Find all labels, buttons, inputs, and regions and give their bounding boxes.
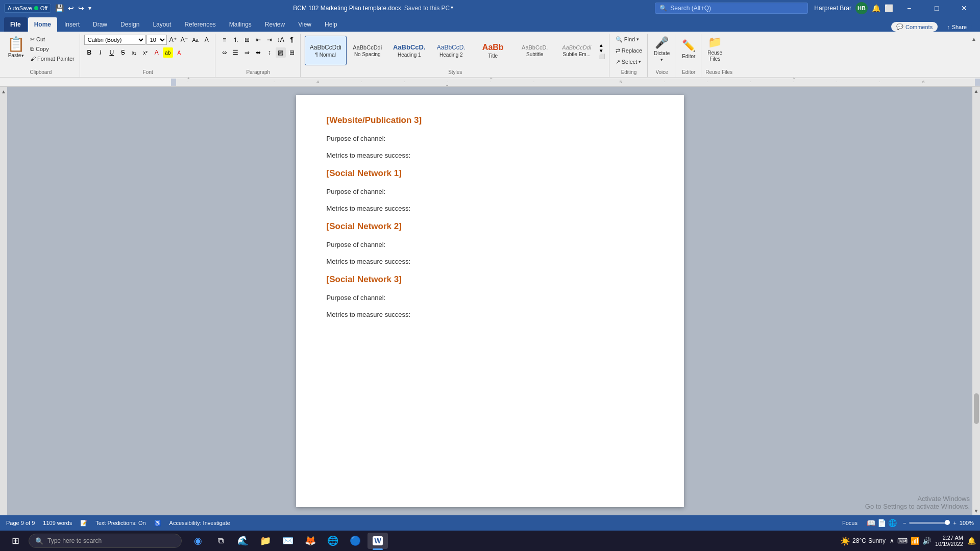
taskbar-app-task-view[interactable]: ⧉ xyxy=(210,533,231,549)
replace-button[interactable]: ⇄ Replace xyxy=(614,46,644,55)
maximize-button[interactable]: □ xyxy=(925,0,948,16)
user-avatar[interactable]: HB xyxy=(855,2,868,14)
minimize-button[interactable]: − xyxy=(897,0,921,16)
align-left-button[interactable]: ⬄ xyxy=(219,47,230,58)
line-spacing-button[interactable]: ↕ xyxy=(264,47,275,58)
copy-button[interactable]: ⧉ Copy xyxy=(28,44,77,54)
increase-indent-button[interactable]: ⇥ xyxy=(264,35,275,45)
document-area[interactable]: [Website/Publication 3] Purpose of chann… xyxy=(7,87,972,515)
volume-icon[interactable]: 🔊 xyxy=(922,537,931,545)
font-color-button[interactable]: A xyxy=(152,47,162,58)
justify-button[interactable]: ⬌ xyxy=(253,47,263,58)
taskbar-app-edge[interactable]: 🌊 xyxy=(233,533,253,549)
saved-status-dropdown[interactable]: ▾ xyxy=(451,5,453,12)
ribbon-display-icon[interactable]: ⬜ xyxy=(885,4,893,12)
sort-button[interactable]: ↕A xyxy=(276,35,286,45)
underline-button[interactable]: U xyxy=(107,47,117,58)
save-icon[interactable]: 💾 xyxy=(55,4,64,12)
share-button[interactable]: ↑ Share xyxy=(942,22,972,32)
tray-chevron-icon[interactable]: ∧ xyxy=(890,537,894,544)
para-metrics-3[interactable]: Metrics to measure success: xyxy=(327,258,653,265)
read-view-button[interactable]: 📖 xyxy=(867,519,875,527)
autosave-button[interactable]: AutoSave Off xyxy=(4,4,51,13)
notification-center-icon[interactable]: 🔔 xyxy=(967,537,976,545)
borders-button[interactable]: ⊞ xyxy=(287,47,297,58)
tab-view[interactable]: View xyxy=(292,17,317,32)
print-view-button[interactable]: 📄 xyxy=(877,519,886,527)
scroll-down-arrow[interactable]: ▼ xyxy=(972,507,980,515)
keyboard-icon[interactable]: ⌨ xyxy=(897,537,908,545)
multilevel-list-button[interactable]: ⊞ xyxy=(242,35,252,45)
font-family-select[interactable]: Calibri (Body) xyxy=(84,35,145,45)
para-metrics-1[interactable]: Metrics to measure success: xyxy=(327,152,653,159)
web-view-button[interactable]: 🌐 xyxy=(888,519,897,527)
text-color-button[interactable]: A xyxy=(174,47,184,58)
paste-dropdown-icon[interactable]: ▾ xyxy=(21,53,24,58)
taskbar-app-mail[interactable]: ✉️ xyxy=(278,533,298,549)
taskbar-search[interactable]: 🔍 Type here to search xyxy=(29,534,182,548)
format-painter-button[interactable]: 🖌 Format Painter xyxy=(28,54,77,63)
style-heading2[interactable]: AaBbCcD. Heading 2 xyxy=(430,36,472,65)
clear-format-button[interactable]: A xyxy=(202,35,212,45)
tab-insert[interactable]: Insert xyxy=(58,17,86,32)
increase-font-button[interactable]: A⁺ xyxy=(168,35,178,45)
taskbar-app-word[interactable]: W xyxy=(368,533,388,549)
italic-button[interactable]: I xyxy=(95,47,106,58)
focus-button[interactable]: Focus xyxy=(839,519,861,527)
accessibility-icon[interactable]: ♿ xyxy=(154,520,161,527)
reuse-files-button[interactable]: 📁 ReuseFiles xyxy=(705,35,724,63)
select-button[interactable]: ↗ Select ▾ xyxy=(614,57,644,66)
notification-icon[interactable]: 🔔 xyxy=(872,4,880,12)
cut-button[interactable]: ✂ Cut xyxy=(28,35,77,44)
start-button[interactable]: ⊞ xyxy=(4,533,27,549)
para-purpose-3[interactable]: Purpose of channel: xyxy=(327,241,653,248)
styles-expand[interactable]: ⬜ xyxy=(599,54,605,59)
tab-draw[interactable]: Draw xyxy=(87,17,113,32)
tab-home[interactable]: Home xyxy=(28,17,57,32)
style-subtitle[interactable]: AaBbCcD. Subtitle xyxy=(514,36,556,65)
tab-layout[interactable]: Layout xyxy=(146,17,177,32)
styles-scroll-down[interactable]: ▼ xyxy=(599,48,605,54)
para-purpose-1[interactable]: Purpose of channel: xyxy=(327,135,653,142)
close-button[interactable]: ✕ xyxy=(952,0,976,16)
taskbar-clock[interactable]: 2:27 AM 10/19/2022 xyxy=(935,535,963,547)
title-search-box[interactable]: 🔍 Search (Alt+Q) xyxy=(655,3,808,14)
bold-button[interactable]: B xyxy=(84,47,94,58)
taskbar-app-browser2[interactable]: 🔵 xyxy=(345,533,365,549)
comments-button[interactable]: 💬 Comments xyxy=(891,22,938,32)
editor-button[interactable]: ✏️ Editor xyxy=(679,35,698,63)
zoom-in-button[interactable]: + xyxy=(953,520,956,526)
style-heading1[interactable]: AaBbCcD. Heading 1 xyxy=(388,36,430,65)
dictate-dropdown-icon[interactable]: ▾ xyxy=(660,57,663,62)
redo-icon[interactable]: ↪ xyxy=(78,4,84,12)
scrollbar-track[interactable] xyxy=(973,96,979,506)
show-formatting-button[interactable]: ¶ xyxy=(287,35,297,45)
scrollbar-thumb[interactable] xyxy=(974,393,979,424)
select-dropdown-icon[interactable]: ▾ xyxy=(639,59,641,64)
zoom-out-button[interactable]: − xyxy=(903,520,906,526)
align-right-button[interactable]: ⇒ xyxy=(242,47,252,58)
text-predictions-icon[interactable]: 📝 xyxy=(80,520,87,527)
taskbar-app-cortana[interactable]: ◉ xyxy=(188,533,208,549)
styles-scroll-up[interactable]: ▲ xyxy=(599,42,605,48)
network-icon[interactable]: 📶 xyxy=(911,537,919,545)
font-size-select[interactable]: 10 xyxy=(146,35,167,45)
strikethrough-button[interactable]: S xyxy=(118,47,128,58)
align-center-button[interactable]: ☰ xyxy=(231,47,241,58)
tab-references[interactable]: References xyxy=(178,17,222,32)
dictate-button[interactable]: 🎤 Dictate ▾ xyxy=(652,35,672,63)
taskbar-app-firefox[interactable]: 🦊 xyxy=(300,533,321,549)
tab-help[interactable]: Help xyxy=(318,17,344,32)
taskbar-app-chrome[interactable]: 🌐 xyxy=(323,533,343,549)
taskbar-app-files[interactable]: 📁 xyxy=(255,533,276,549)
para-purpose-4[interactable]: Purpose of channel: xyxy=(327,294,653,302)
superscript-button[interactable]: x² xyxy=(140,47,151,58)
para-purpose-2[interactable]: Purpose of channel: xyxy=(327,188,653,195)
tab-file[interactable]: File xyxy=(4,17,27,32)
bullets-button[interactable]: ≡ xyxy=(219,35,230,45)
highlight-button[interactable]: ab xyxy=(163,47,173,58)
style-title[interactable]: AaBb Title xyxy=(472,36,514,65)
style-subtle-em[interactable]: AaBbCcDdi Subtle Em... xyxy=(556,36,598,65)
subscript-button[interactable]: x₂ xyxy=(129,47,139,58)
numbering-button[interactable]: ⒈ xyxy=(231,35,241,45)
